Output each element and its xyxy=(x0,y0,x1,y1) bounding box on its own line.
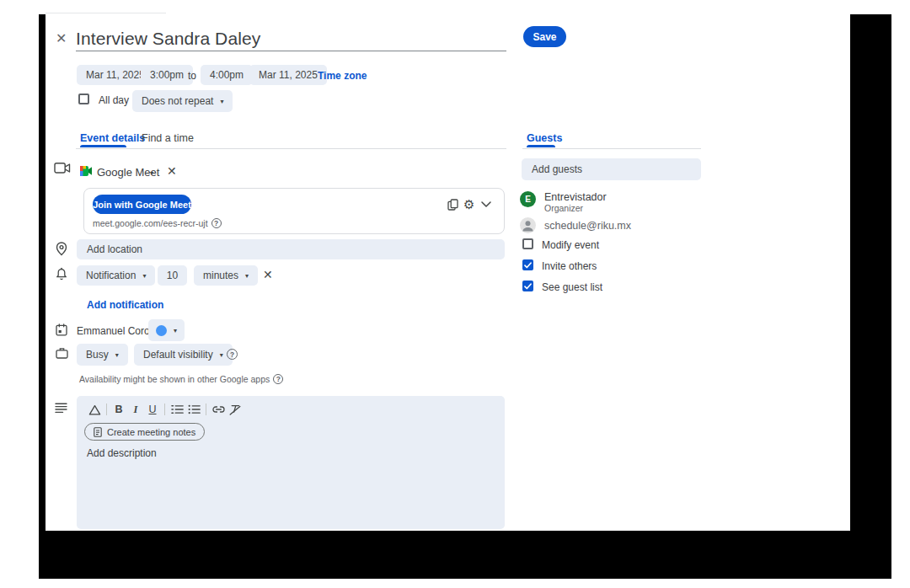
chevron-down-icon: ▾ xyxy=(115,351,119,359)
briefcase-icon xyxy=(56,347,68,359)
remove-notification-icon[interactable]: ✕ xyxy=(263,269,273,281)
google-meet-logo-icon xyxy=(80,166,92,176)
availability-help-icon[interactable]: ? xyxy=(273,374,283,384)
start-time-chip[interactable]: 3:00pm xyxy=(141,65,193,85)
italic-button[interactable]: I xyxy=(127,402,144,417)
meet-link-text: meet.google.com/ees-recr-ujt xyxy=(93,218,208,228)
location-input[interactable]: Add location xyxy=(77,239,505,259)
underline-button[interactable]: U xyxy=(144,402,161,417)
tab-find-a-time[interactable]: Find a time xyxy=(142,132,194,144)
end-time-chip[interactable]: 4:00pm xyxy=(201,65,253,85)
insert-from-drive-icon[interactable] xyxy=(86,402,103,417)
tab-event-details-underline xyxy=(80,145,126,147)
tab-guests-underline xyxy=(527,145,555,147)
all-day-label: All day xyxy=(99,94,129,106)
modify-event-checkbox[interactable] xyxy=(522,238,533,249)
guest-name: Entrevistador xyxy=(544,191,607,203)
notification-type-dropdown[interactable]: Notification ▾ xyxy=(77,265,155,286)
modify-event-label: Modify event xyxy=(542,239,599,251)
end-date-chip[interactable]: Mar 11, 2025 xyxy=(249,65,327,85)
invite-others-label: Invite others xyxy=(542,260,597,272)
person-icon xyxy=(520,217,536,233)
check-icon xyxy=(524,262,532,269)
document-icon xyxy=(94,427,102,437)
guest-role: Organizer xyxy=(544,203,583,213)
chevron-down-icon: ▾ xyxy=(174,327,177,334)
meet-info-icon[interactable]: ? xyxy=(211,218,222,228)
visibility-dropdown[interactable]: Default visibility ▾ xyxy=(134,344,233,366)
description-lines-icon xyxy=(55,403,67,413)
all-day-checkbox[interactable] xyxy=(78,94,89,104)
title-underline xyxy=(76,51,506,51)
clear-formatting-icon[interactable] xyxy=(227,402,244,417)
invite-others-checkbox[interactable] xyxy=(522,259,533,270)
busy-dropdown[interactable]: Busy ▾ xyxy=(77,344,128,366)
video-camera-icon xyxy=(54,162,71,174)
event-title-input[interactable]: Interview Sandra Daley xyxy=(76,29,260,49)
visibility-help-icon[interactable]: ? xyxy=(227,349,238,360)
meet-link-row: meet.google.com/ees-recr-ujt ? xyxy=(93,218,222,228)
event-edit-screen: ✕ Interview Sandra Daley Save Mar 11, 20… xyxy=(0,0,910,588)
chevron-down-icon: ▾ xyxy=(245,272,249,280)
see-guest-list-checkbox[interactable] xyxy=(522,281,533,291)
notification-unit-dropdown[interactable]: minutes ▾ xyxy=(194,265,258,286)
to-label: to xyxy=(188,70,196,82)
calendar-color-swatch xyxy=(156,325,167,336)
notification-value-input[interactable]: 10 xyxy=(158,265,187,286)
calendar-color-dropdown[interactable]: ▾ xyxy=(148,319,185,341)
meet-expand-chevron-icon[interactable] xyxy=(481,201,491,207)
meet-provider-chevron-icon[interactable]: ▾ xyxy=(150,169,153,177)
avatar-guest xyxy=(520,217,536,233)
join-meet-button[interactable]: Join with Google Meet xyxy=(93,195,191,214)
tab-guests[interactable]: Guests xyxy=(527,132,562,144)
toolbar-separator xyxy=(206,404,206,415)
save-button[interactable]: Save xyxy=(523,26,566,47)
toolbar-separator xyxy=(164,404,165,415)
check-icon xyxy=(524,283,532,290)
description-toolbar: B I U xyxy=(86,402,244,417)
add-notification-link[interactable]: Add notification xyxy=(87,299,163,311)
timezone-link[interactable]: Time zone xyxy=(318,70,367,82)
create-meeting-notes-button[interactable]: Create meeting notes xyxy=(84,423,205,441)
close-icon[interactable]: ✕ xyxy=(56,32,67,45)
meet-settings-gear-icon[interactable]: ⚙ xyxy=(463,197,474,212)
remove-meet-icon[interactable]: ✕ xyxy=(167,165,177,177)
copy-icon[interactable] xyxy=(447,199,458,211)
description-placeholder: Add description xyxy=(87,447,157,459)
calendar-icon xyxy=(56,323,67,336)
bold-button[interactable]: B xyxy=(110,402,127,417)
guests-divider xyxy=(522,148,701,149)
recurrence-dropdown[interactable]: Does not repeat ▾ xyxy=(132,90,233,112)
chevron-down-icon: ▾ xyxy=(220,351,223,359)
numbered-list-icon[interactable] xyxy=(169,402,185,417)
see-guest-list-label: See guest list xyxy=(542,281,602,293)
tabs-divider xyxy=(76,148,506,149)
chevron-down-icon: ▾ xyxy=(142,272,146,280)
location-pin-icon xyxy=(56,242,67,256)
guest-email: schedule@riku.mx xyxy=(544,220,631,232)
bell-icon xyxy=(56,267,67,281)
add-guests-input[interactable]: Add guests xyxy=(522,158,701,180)
chevron-down-icon: ▾ xyxy=(220,98,223,105)
tab-event-details[interactable]: Event details xyxy=(80,132,145,144)
avatar-organizer: E xyxy=(520,191,536,207)
toolbar-separator xyxy=(106,404,107,415)
insert-link-icon[interactable] xyxy=(210,402,227,417)
bulleted-list-icon[interactable] xyxy=(185,402,202,417)
browser-tab-edge xyxy=(46,13,166,13)
availability-note: Availability might be shown in other Goo… xyxy=(79,374,283,384)
